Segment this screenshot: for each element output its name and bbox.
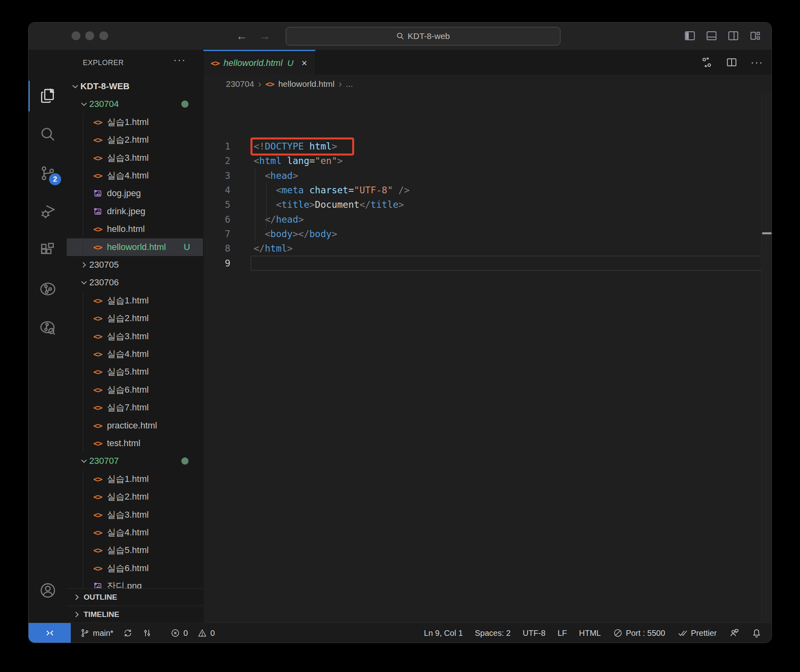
line-number-7[interactable]: 7 (203, 227, 230, 241)
activity-item-search[interactable] (29, 117, 67, 152)
errors-status[interactable]: 0 (170, 628, 188, 638)
tree-file-실습1.html[interactable]: <>실습1.html (67, 470, 203, 488)
toggle-secondary-sidebar-icon[interactable] (727, 30, 739, 42)
overview-ruler[interactable] (761, 93, 772, 623)
live-server-port[interactable]: Port : 5500 (613, 628, 665, 638)
tree-file-test.html[interactable]: <>test.html (67, 434, 203, 452)
tree-file-실습4.html[interactable]: <>실습4.html (67, 524, 203, 541)
line-number-3[interactable]: 3 (203, 168, 230, 183)
navigate-forward-icon[interactable]: → (258, 30, 271, 43)
line-number-5[interactable]: 5 (203, 197, 230, 212)
code-line-6[interactable]: </head> (254, 212, 410, 227)
tree-file-hello.html[interactable]: <>hello.html (67, 220, 203, 238)
cursor-position[interactable]: Ln 9, Col 1 (424, 629, 463, 638)
tree-file-실습6.html[interactable]: <>실습6.html (67, 559, 203, 577)
tree-folder-230707[interactable]: 230707 (67, 452, 203, 470)
toggle-panel-icon[interactable] (706, 30, 718, 42)
code-content[interactable]: <!DOCTYPE html><html lang="en"> <head> <… (254, 139, 410, 270)
image-file-icon (92, 581, 104, 588)
minimize-window-button[interactable] (85, 31, 94, 40)
code-line-8[interactable]: </html> (254, 241, 410, 256)
line-number-1[interactable]: 1 (203, 139, 230, 154)
tree-file-실습4.html[interactable]: <>실습4.html (67, 345, 203, 363)
tree-file-실습1.html[interactable]: <>실습1.html (67, 113, 203, 131)
encoding[interactable]: UTF-8 (523, 629, 546, 638)
customize-layout-icon[interactable] (749, 30, 761, 42)
tree-item-label: 실습4.html (107, 348, 149, 360)
editor-more-actions-icon[interactable]: ··· (751, 56, 763, 69)
feedback[interactable] (729, 628, 739, 638)
warnings-status[interactable]: 0 (197, 628, 215, 638)
chevron-down-icon (79, 278, 89, 287)
line-numbers-gutter[interactable]: 123456789 (203, 139, 242, 270)
tree-file-실습7.html[interactable]: <>실습7.html (67, 399, 203, 416)
layout-control-status[interactable] (142, 628, 152, 638)
tree-file-실습1.html[interactable]: <>실습1.html (67, 292, 203, 309)
prettier-status[interactable]: Prettier (677, 628, 717, 638)
tree-folder-230704[interactable]: 230704 (67, 95, 203, 113)
line-number-2[interactable]: 2 (203, 154, 230, 168)
tree-folder-230705[interactable]: 230705 (67, 256, 203, 274)
split-editor-icon[interactable] (726, 56, 738, 68)
section-outline[interactable]: OUTLINE (67, 588, 203, 606)
code-line-5[interactable]: <title>Document</title> (254, 197, 410, 212)
tree-file-실습4.html[interactable]: <>실습4.html (67, 167, 203, 184)
indentation[interactable]: Spaces: 2 (475, 629, 511, 638)
tree-file-실습6.html[interactable]: <>실습6.html (67, 381, 203, 399)
tree-folder-230706[interactable]: 230706 (67, 274, 203, 291)
close-window-button[interactable] (72, 31, 80, 40)
activity-item-extensions[interactable] (29, 233, 67, 268)
navigate-back-icon[interactable]: ← (235, 30, 248, 43)
line-number-9[interactable]: 9 (203, 256, 230, 270)
toggle-primary-sidebar-icon[interactable] (684, 30, 696, 42)
tree-file-실습3.html[interactable]: <>실습3.html (67, 506, 203, 524)
tree-file-실습2.html[interactable]: <>실습2.html (67, 309, 203, 327)
code-line-9[interactable] (254, 256, 410, 270)
circle-branch-search-icon (39, 318, 57, 337)
branch-status[interactable]: main* (80, 628, 113, 638)
tab-helloworld[interactable]: <> helloworld.html U × (203, 50, 316, 75)
accounts-button[interactable] (29, 573, 67, 608)
tab-close-icon[interactable]: × (302, 57, 307, 69)
breadcrumb-symbol[interactable]: ... (346, 79, 353, 89)
tree-file-실습5.html[interactable]: <>실습5.html (67, 363, 203, 381)
tree-folder-KDT-8-WEB[interactable]: KDT-8-WEB (67, 78, 203, 95)
tree-file-실습3.html[interactable]: <>실습3.html (67, 149, 203, 167)
code-line-7[interactable]: <body></body> (254, 227, 410, 241)
tree-file-실습2.html[interactable]: <>실습2.html (67, 488, 203, 506)
tree-item-label: 실습7.html (107, 402, 149, 414)
activity-item-source-control[interactable]: 2 (29, 156, 67, 191)
tree-file-실습2.html[interactable]: <>실습2.html (67, 131, 203, 149)
activity-item-git-graph[interactable] (29, 271, 67, 307)
line-number-6[interactable]: 6 (203, 212, 230, 227)
code-editor[interactable]: 123456789 <!DOCTYPE html><html lang="en"… (203, 93, 772, 623)
code-line-4[interactable]: <meta charset="UTF-8" /> (254, 183, 410, 197)
tree-item-label: 실습1.html (107, 295, 149, 307)
tree-file-dog.jpeg[interactable]: dog.jpeg (67, 184, 203, 202)
tree-file-helloworld.html[interactable]: <>helloworld.htmlU (67, 238, 203, 256)
zoom-window-button[interactable] (99, 31, 108, 40)
sync-status[interactable] (123, 628, 133, 638)
notifications[interactable] (751, 628, 762, 638)
eol[interactable]: LF (558, 629, 567, 638)
breadcrumb-folder[interactable]: 230704 (226, 79, 254, 89)
remote-indicator[interactable] (29, 623, 71, 643)
breadcrumb-file[interactable]: helloworld.html (278, 79, 334, 89)
tree-file-잔디.png[interactable]: 잔디.png (67, 577, 203, 588)
activity-item-git-history[interactable] (29, 310, 67, 345)
line-number-8[interactable]: 8 (203, 241, 230, 256)
activity-item-run-debug[interactable] (29, 194, 67, 229)
activity-item-explorer[interactable] (29, 78, 67, 114)
debug-icon (39, 203, 57, 221)
tree-file-practice.html[interactable]: <>practice.html (67, 417, 203, 434)
language-mode[interactable]: HTML (579, 629, 601, 638)
code-line-2[interactable]: <html lang="en"> (254, 154, 410, 168)
line-number-4[interactable]: 4 (203, 183, 230, 197)
section-timeline[interactable]: TIMELINE (67, 606, 203, 623)
tree-file-drink.jpeg[interactable]: drink.jpeg (67, 203, 203, 220)
command-center-search[interactable]: KDT-8-web (286, 27, 560, 45)
tree-file-실습5.html[interactable]: <>실습5.html (67, 541, 203, 559)
open-changes-icon[interactable] (701, 56, 713, 68)
tree-file-실습3.html[interactable]: <>실습3.html (67, 328, 203, 345)
code-line-3[interactable]: <head> (254, 168, 410, 183)
